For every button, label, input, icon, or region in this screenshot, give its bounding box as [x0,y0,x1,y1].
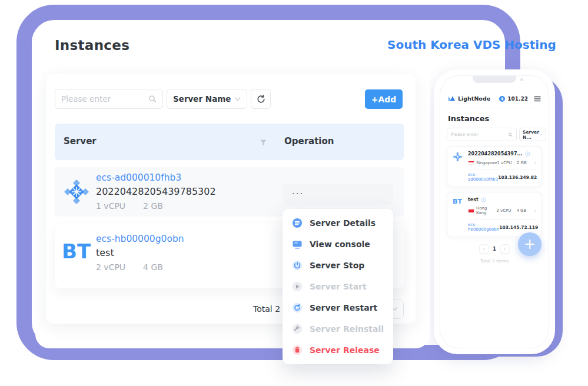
next-page-button[interactable]: › [500,244,510,254]
menu-item-label: View console [310,239,370,249]
menu-item-label: Server Restart [310,303,377,312]
console-icon [292,239,303,249]
search-input[interactable] [55,89,163,109]
phone-mockup: LightNode $ 101.22 Instances [434,69,555,354]
search-field[interactable] [61,94,148,104]
operation-dropdown-menu: Server Details View console Server Stop … [283,209,393,364]
current-page: 1 [493,247,496,252]
menu-item-view-console[interactable]: View console [283,234,393,255]
phone-search-input[interactable] [447,128,517,141]
add-instance-fab[interactable]: + [518,232,542,256]
centos-icon [453,151,464,182]
phone-search-field[interactable] [451,132,508,137]
menu-item-label: Server Reinstall [310,324,384,334]
chevron-right-icon[interactable]: › [534,208,536,214]
chevron-down-icon [234,97,241,101]
chevron-down-icon [539,134,543,136]
phone-total-items-label: Total 2 items [447,258,542,264]
phone-server-region: Hong Kong [476,206,496,215]
search-type-value: Server Name [173,94,231,104]
server-cpu: 2 vCPU [96,262,125,272]
menu-item-server-details[interactable]: Server Details [283,212,393,234]
phone-server-name-link[interactable]: ecs-hb00000g0obn [468,222,499,232]
phone-instance-card[interactable]: BT test Hong Kong 2 vCPU [447,192,542,237]
phone-server-ram: 2 GB [517,161,534,165]
menu-item-server-restart[interactable]: Server Restart [283,297,393,318]
eye-icon[interactable] [525,151,530,157]
phone-server-ram: 4 GB [516,208,534,213]
menu-item-server-release[interactable]: Server Release [283,340,393,361]
phone-header: LightNode $ 101.22 [447,91,542,108]
power-icon [292,260,303,271]
eye-icon[interactable] [481,197,486,202]
phone-page-title: Instances [448,114,541,123]
phone-camera-dot [520,78,523,81]
phone-server-name-link[interactable]: ecs-ad000010fhb3 [468,172,498,182]
column-header-operation: Operation [284,136,334,147]
phone-notch [473,76,516,83]
phone-server-title: 202204282054397... [468,151,523,157]
table-header: Server Operation [55,124,404,160]
menu-item-label: Server Stop [310,261,364,270]
phone-server-title: test [468,197,479,202]
server-specs: 2 vCPU 4 GB [96,262,184,272]
restart-icon [292,302,303,313]
phone-server-ip: 103.145.72.119 [499,225,538,230]
coin-icon: $ [499,96,505,102]
menu-item-label: Server Start [310,282,367,291]
phone-server-cpu: 1 vCPU [497,161,517,165]
phone-search-type-value: Server N... [523,129,539,140]
search-type-select[interactable]: Server Name [167,89,247,109]
phone-screen: LightNode $ 101.22 Instances [440,75,549,348]
server-specs: 1 vCPU 2 GB [96,201,216,211]
trash-icon [292,345,303,355]
search-icon [508,132,513,137]
server-name-link[interactable]: ecs-hb00000g0obn [96,234,184,244]
bt-panel-icon: BT [62,241,91,261]
page-title: Instances [55,38,129,53]
server-ram: 2 GB [143,201,163,211]
lightnode-logo-icon [448,95,456,102]
screenshot-stage: Instances Server Name +Add Server [0,0,588,386]
server-name-link[interactable]: ecs-ad000010fhb3 [96,172,216,183]
list-icon [292,218,303,228]
menu-item-label: Server Release [310,345,380,355]
play-icon [292,281,303,292]
balance-amount: 101.22 [507,96,528,102]
menu-item-label: Server Details [310,218,376,228]
operation-menu-trigger[interactable]: ··· [283,184,393,205]
phone-server-cpu: 2 vCPU [496,208,516,213]
promo-title: South Korea VDS Hosting [387,38,556,52]
refresh-icon [256,94,266,104]
menu-item-server-start: Server Start [283,276,393,297]
brand-name: LightNode [458,95,490,102]
prev-page-button[interactable]: ‹ [479,244,489,254]
chevron-right-icon[interactable]: › [534,160,536,165]
server-info: ecs-hb00000g0obn test 2 vCPU 4 GB [96,234,184,272]
phone-refresh-button[interactable] [549,128,549,141]
bt-panel-icon: BT [453,197,464,232]
hong-kong-flag-icon [468,209,474,213]
refresh-button[interactable] [251,89,271,109]
search-icon [148,95,157,103]
menu-item-server-stop[interactable]: Server Stop [283,255,393,276]
phone-server-ip: 103.136.249.82 [498,175,537,180]
server-id: test [96,247,184,258]
server-cpu: 1 vCPU [96,201,125,211]
filter-icon[interactable] [260,138,267,149]
centos-icon [64,179,89,207]
server-id: 20220428205439785302 [96,186,216,197]
column-header-server: Server [64,136,97,147]
wrench-icon [292,324,303,334]
server-ram: 4 GB [143,262,163,272]
phone-instance-card[interactable]: 202204282054397... Singapore 1 vCPU 2 GB [447,146,542,187]
phone-toolbar: Server N... [447,128,542,141]
phone-server-region: Singapore [476,161,497,165]
server-info: ecs-ad000010fhb3 20220428205439785302 1 … [96,172,216,211]
singapore-flag-icon [468,161,474,165]
phone-search-type-select[interactable]: Server N... [519,128,546,141]
menu-item-server-reinstall: Server Reinstall [283,318,393,340]
add-button[interactable]: +Add [365,89,403,109]
hamburger-menu-icon[interactable] [534,96,541,102]
